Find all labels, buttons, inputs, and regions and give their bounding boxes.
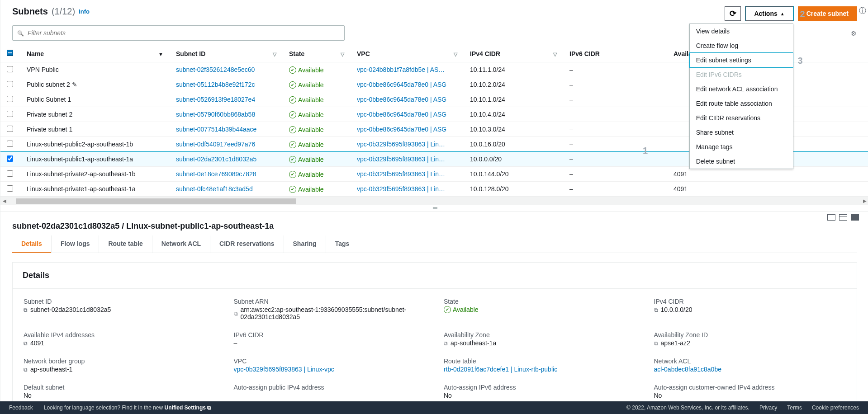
- filter-box[interactable]: [12, 25, 345, 41]
- info-link[interactable]: Info: [79, 8, 90, 15]
- menu-item[interactable]: Delete subnet: [690, 154, 793, 169]
- info-icon[interactable]: [859, 6, 866, 16]
- row-checkbox[interactable]: [7, 126, 13, 132]
- copy-icon[interactable]: [24, 366, 28, 373]
- state-badge: Available: [289, 156, 324, 163]
- vpc-link[interactable]: vpc-0b329f5695f893863 | Lin…: [357, 155, 445, 163]
- menu-item[interactable]: Edit subnet settings3: [690, 53, 793, 67]
- detail-field: Network ACLacl-0abdec8fa91c8a0be: [654, 358, 846, 373]
- subnet-id-link[interactable]: subnet-0fc48e1af18c3ad5d: [176, 185, 253, 193]
- privacy-link[interactable]: Privacy: [759, 405, 777, 411]
- refresh-button[interactable]: [725, 6, 741, 21]
- sort-icon[interactable]: [553, 50, 557, 57]
- row-checkbox[interactable]: [7, 141, 13, 147]
- tab[interactable]: Sharing: [284, 235, 326, 253]
- splitter[interactable]: [0, 205, 868, 211]
- filter-input[interactable]: [28, 29, 340, 37]
- cell-cidr: 10.10.2.0/24: [464, 77, 563, 92]
- detail-field: IPv6 CIDR–: [234, 331, 426, 347]
- subnet-id-link[interactable]: subnet-0526913f9e18027e4: [176, 96, 255, 103]
- status-badge: Available: [444, 306, 479, 313]
- settings-button[interactable]: [847, 27, 860, 40]
- tab[interactable]: CIDR reservations: [210, 235, 283, 253]
- subnet-id-link[interactable]: subnet-0df540917eed97a76: [176, 141, 255, 148]
- menu-item[interactable]: Manage tags: [690, 140, 793, 154]
- scroll-thumb[interactable]: [16, 198, 296, 204]
- detail-link[interactable]: rtb-0d2091f6ac7dcefe1 | Linux-rtb-public: [444, 366, 557, 373]
- vpc-link[interactable]: vpc-0bbe86c9645da78e0 | ASG: [357, 96, 446, 103]
- tab[interactable]: Flow logs: [51, 235, 99, 253]
- cell-ipv6: –: [563, 152, 667, 167]
- vpc-link[interactable]: vpc-0b329f5695f893863 | Lin…: [357, 141, 445, 148]
- vpc-link[interactable]: vpc-0b329f5695f893863 | Lin…: [357, 170, 445, 178]
- subnet-id-link[interactable]: subnet-05790f60bb868ab58: [176, 111, 255, 118]
- vpc-link[interactable]: vpc-0bbe86c9645da78e0 | ASG: [357, 111, 446, 118]
- detail-link[interactable]: acl-0abdec8fa91c8a0be: [654, 366, 721, 373]
- sort-icon[interactable]: [273, 50, 276, 57]
- table-row[interactable]: Linux-subnet-private1-ap-southeast-1asub…: [0, 182, 868, 197]
- vpc-link[interactable]: vpc-0bbe86c9645da78e0 | ASG: [357, 81, 446, 88]
- subnet-id-link[interactable]: subnet-0e18ce769089c7828: [176, 170, 256, 178]
- cell-cidr: 10.0.0.0/20: [464, 152, 563, 167]
- cell-name: Linux-subnet-private2-ap-southeast-1b: [20, 167, 170, 182]
- row-checkbox[interactable]: [7, 81, 13, 87]
- tab[interactable]: Network ACL: [152, 235, 210, 253]
- sort-icon[interactable]: [454, 50, 457, 57]
- tab[interactable]: Details: [12, 235, 51, 253]
- footer-copyright: © 2022, Amazon Web Services, Inc. or its…: [626, 405, 749, 411]
- edit-icon[interactable]: ✎: [72, 81, 77, 88]
- row-checkbox[interactable]: [7, 66, 13, 72]
- actions-button[interactable]: Actions ▲: [745, 6, 793, 21]
- scroll-left-icon[interactable]: ◀: [0, 198, 9, 203]
- detail-value: No: [444, 392, 452, 399]
- terms-link[interactable]: Terms: [787, 405, 802, 411]
- scroll-right-icon[interactable]: ▶: [861, 198, 868, 203]
- vpc-link[interactable]: vpc-024b8bb1f7a8fdb5e | AS…: [357, 66, 445, 73]
- field-label: Available IPv4 addresses: [24, 331, 216, 339]
- actions-menu: View detailsCreate flow logEdit subnet s…: [689, 24, 793, 169]
- copy-icon[interactable]: [24, 339, 28, 347]
- menu-item[interactable]: Edit CIDR reservations: [690, 111, 793, 125]
- copy-icon[interactable]: [444, 339, 448, 347]
- copy-icon[interactable]: [24, 306, 28, 313]
- feedback-link[interactable]: Feedback: [9, 405, 33, 411]
- subnet-id-link[interactable]: subnet-02f35261248e5ec60: [176, 66, 255, 73]
- cookie-link[interactable]: Cookie preferences: [812, 405, 859, 411]
- pane-split-icon[interactable]: [839, 214, 847, 221]
- row-checkbox[interactable]: [7, 111, 13, 117]
- subnet-id-link[interactable]: subnet-02da2301c1d8032a5: [176, 155, 256, 163]
- cell-ipv6: –: [563, 77, 667, 92]
- detail-link[interactable]: vpc-0b329f5695f893863 | Linux-vpc: [234, 366, 334, 373]
- pane-full-icon[interactable]: [851, 214, 859, 221]
- menu-item[interactable]: Edit route table association: [690, 96, 793, 111]
- cell-name: Private subnet 1: [20, 122, 170, 137]
- copy-icon[interactable]: [654, 306, 658, 313]
- horizontal-scrollbar[interactable]: ◀ ▶: [0, 197, 868, 205]
- copy-icon[interactable]: [234, 310, 238, 317]
- row-checkbox[interactable]: [7, 185, 13, 192]
- subnet-id-link[interactable]: subnet-0077514b39b44aace: [176, 126, 256, 133]
- tab[interactable]: Tags: [326, 235, 359, 253]
- sort-icon[interactable]: [158, 50, 163, 57]
- subnet-id-link[interactable]: subnet-05112b4b8e92f172c: [176, 81, 255, 88]
- pane-bottom-icon[interactable]: [827, 214, 835, 221]
- cell-ipv6: –: [563, 167, 667, 182]
- footer-lang-text: Looking for language selection? Find it …: [44, 405, 212, 411]
- row-checkbox[interactable]: [7, 155, 13, 162]
- select-all-checkbox[interactable]: [7, 50, 13, 56]
- detail-value: arn:aws:ec2:ap-southeast-1:933609035555:…: [241, 306, 426, 320]
- vpc-link[interactable]: vpc-0b329f5695f893863 | Lin…: [357, 185, 445, 193]
- menu-item[interactable]: Share subnet: [690, 125, 793, 140]
- detail-value: No: [24, 392, 32, 399]
- menu-item[interactable]: Create flow log: [690, 38, 793, 53]
- menu-item[interactable]: Edit network ACL association: [690, 82, 793, 96]
- sort-icon[interactable]: [341, 50, 344, 57]
- tab[interactable]: Route table: [99, 235, 152, 253]
- menu-item[interactable]: View details: [690, 24, 793, 38]
- row-checkbox[interactable]: [7, 96, 13, 102]
- row-checkbox[interactable]: [7, 170, 13, 177]
- unified-settings-link[interactable]: Unified Settings: [165, 405, 212, 411]
- create-subnet-button[interactable]: Create subnet: [798, 6, 857, 21]
- copy-icon[interactable]: [654, 339, 658, 347]
- vpc-link[interactable]: vpc-0bbe86c9645da78e0 | ASG: [357, 126, 446, 133]
